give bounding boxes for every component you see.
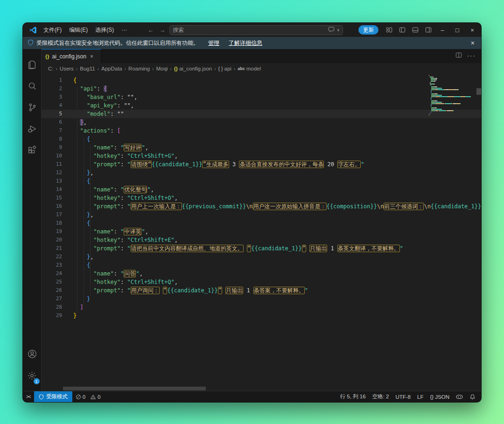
command-center-search[interactable]: 搜索 ∨: [169, 25, 343, 35]
code-line[interactable]: 29}: [42, 311, 481, 320]
code-line[interactable]: 8 {: [42, 135, 481, 143]
breadcrumb-item[interactable]: abcmodel: [238, 66, 261, 71]
breadcrumb-item[interactable]: Roaming: [128, 66, 150, 71]
code-line[interactable]: 20 "hotkey": "Ctrl+Shift+E",: [42, 236, 481, 244]
customize-layout-icon[interactable]: [383, 24, 395, 36]
line-number: 21: [42, 244, 62, 253]
line-number: 22: [42, 253, 62, 261]
split-editor-icon[interactable]: [455, 52, 462, 60]
code-line[interactable]: 12 },: [42, 169, 481, 177]
line-number: 14: [42, 185, 62, 194]
explorer-icon[interactable]: [23, 54, 42, 75]
breadcrumb-separator: ›: [76, 66, 78, 71]
menu-item[interactable]: 选择(S): [91, 25, 118, 35]
restricted-mode-badge[interactable]: 受限模式: [34, 391, 72, 402]
breadcrumb-item[interactable]: AppData: [101, 66, 122, 71]
tab-close-icon[interactable]: ×: [90, 53, 93, 60]
line-number: 15: [42, 194, 62, 202]
json-file-icon: {}: [45, 54, 49, 59]
menu-item[interactable]: 编辑(E): [65, 25, 91, 35]
code-lines[interactable]: 1{2 "api": {3 "base_url": "",4 "api_key"…: [42, 76, 481, 320]
code-line[interactable]: 9 "name": "写好评",: [42, 143, 481, 152]
close-button[interactable]: ×: [465, 23, 479, 36]
update-button[interactable]: 更新: [358, 25, 378, 35]
breadcrumb-separator: ›: [124, 66, 126, 71]
code-line[interactable]: 28 ]: [42, 303, 481, 311]
code-line[interactable]: 24 "name": "问答",: [42, 269, 481, 278]
code-editor[interactable]: 1{2 "api": {3 "base_url": "",4 "api_key"…: [42, 74, 481, 391]
back-arrow-icon[interactable]: ←: [146, 27, 155, 34]
code-line[interactable]: 19 "name": "中译英",: [42, 227, 481, 236]
code-line[interactable]: 5 "model": "": [42, 110, 481, 118]
account-icon[interactable]: [23, 343, 42, 365]
chevron-down-icon[interactable]: ∨: [337, 28, 340, 32]
vscode-logo-icon: [27, 24, 39, 36]
code-line[interactable]: 15 "hotkey": "Ctrl+Shift+O",: [42, 194, 481, 202]
status-item[interactable]: 空格: 2: [369, 391, 392, 402]
code-line[interactable]: 27 }: [42, 295, 481, 303]
code-line[interactable]: 1{: [42, 76, 481, 85]
copilot-chat-icon[interactable]: [328, 26, 335, 34]
tab-ai-config-json[interactable]: {} ai_config.json ×: [42, 49, 101, 63]
breadcrumb-item[interactable]: Users: [60, 66, 74, 71]
copilot-status-icon[interactable]: [453, 391, 466, 402]
source-control-icon[interactable]: [23, 97, 42, 118]
code-line[interactable]: 18 {: [42, 219, 481, 227]
breadcrumb-item[interactable]: Moqi: [156, 66, 168, 71]
code-line[interactable]: 2 "api": {: [42, 85, 481, 93]
line-number: 6: [42, 118, 62, 127]
forward-arrow-icon[interactable]: →: [158, 27, 167, 34]
maximize-button[interactable]: □: [450, 23, 464, 36]
toggle-panel-icon[interactable]: [409, 24, 421, 36]
manage-link[interactable]: 管理: [208, 39, 219, 47]
code-line[interactable]: 3 "base_url": "",: [42, 93, 481, 101]
line-number: 8: [42, 135, 62, 143]
code-line[interactable]: 21 "prompt": "请把当前中文内容翻译成自然、地道的英文。 “{{ca…: [42, 244, 481, 253]
line-number: 17: [42, 211, 62, 219]
code-line[interactable]: 23 {: [42, 261, 481, 269]
notifications-bell-icon[interactable]: [466, 391, 481, 402]
code-line[interactable]: 11 "prompt": "请围绕“{{candidate_1}}”生成最多 3…: [42, 160, 481, 169]
line-number: 7: [42, 127, 62, 135]
code-line[interactable]: 16 "prompt": "用户上一次输入是：{{previous_commit…: [42, 202, 481, 211]
code-line[interactable]: 10 "hotkey": "Ctrl+Shift+G",: [42, 152, 481, 160]
toggle-secondary-sidebar-icon[interactable]: [422, 24, 434, 36]
code-line[interactable]: 4 "api_key": "",: [42, 101, 481, 110]
code-line[interactable]: 17 },: [42, 211, 481, 219]
breadcrumb-separator: ›: [214, 66, 216, 71]
status-item[interactable]: LF: [414, 391, 427, 402]
learn-more-link[interactable]: 了解详细信息: [229, 39, 262, 47]
banner-close-icon[interactable]: ×: [469, 39, 476, 47]
breadcrumb-item[interactable]: {}ai_config.json: [174, 66, 212, 71]
toggle-primary-sidebar-icon[interactable]: [396, 24, 408, 36]
minimap[interactable]: [429, 75, 476, 116]
status-item[interactable]: {} JSON: [427, 391, 453, 402]
line-number: 5: [42, 110, 62, 118]
status-item[interactable]: 行 5, 列 16: [337, 391, 369, 402]
code-line[interactable]: 26 "prompt": "用户询问： “{{candidate_1}}” 只输…: [42, 286, 481, 295]
minimize-button[interactable]: –: [435, 23, 449, 36]
extensions-icon[interactable]: [23, 140, 42, 161]
code-line[interactable]: 13 {: [42, 177, 481, 185]
breadcrumb-item[interactable]: Bug11: [80, 66, 95, 71]
search-icon[interactable]: [23, 75, 42, 97]
code-line[interactable]: 25 "hotkey": "Ctrl+Shift+Q",: [42, 278, 481, 286]
code-line[interactable]: 7 "actions": [: [42, 127, 481, 135]
settings-badge: 1: [34, 378, 40, 384]
code-line[interactable]: 14 "name": "优化整句",: [42, 185, 481, 194]
more-actions-icon[interactable]: ···: [467, 52, 476, 60]
horizontal-scrollbar[interactable]: [42, 386, 481, 391]
code-line[interactable]: 22 },: [42, 253, 481, 261]
settings-gear-icon[interactable]: 1: [23, 365, 42, 386]
problems-indicator[interactable]: 0 0: [72, 391, 104, 402]
horizontal-scrollbar-thumb[interactable]: [63, 387, 206, 390]
status-item[interactable]: UTF-8: [392, 391, 414, 402]
code-line[interactable]: 6 },: [42, 118, 481, 127]
remote-indicator-icon[interactable]: ><: [23, 391, 34, 402]
menu-item[interactable]: 文件(F): [40, 25, 65, 35]
breadcrumb-item[interactable]: C:: [48, 66, 54, 71]
vertical-scrollbar-thumb[interactable]: [476, 88, 481, 95]
breadcrumb-item[interactable]: { }api: [218, 66, 231, 71]
run-debug-icon[interactable]: [23, 118, 42, 140]
menu-item[interactable]: ···: [118, 25, 131, 35]
